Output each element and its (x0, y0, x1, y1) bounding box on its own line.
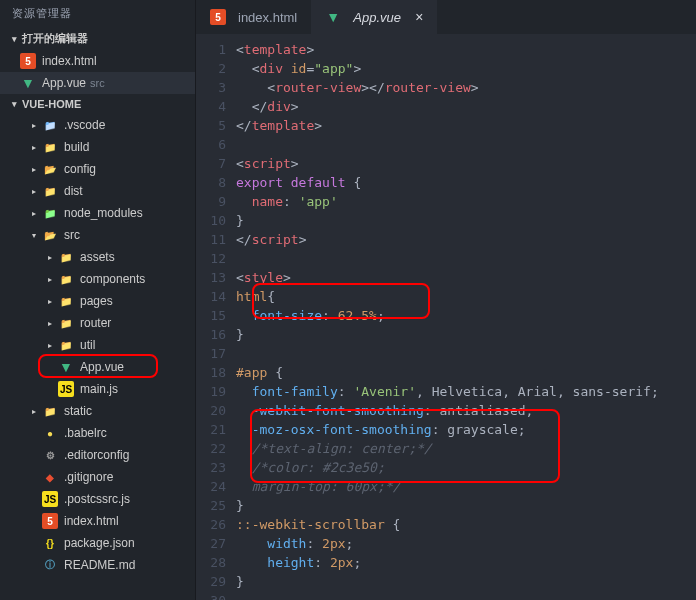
code-line[interactable]: } (236, 325, 696, 344)
line-number: 21 (196, 420, 226, 439)
tab[interactable]: 5index.html (196, 0, 311, 34)
code-line[interactable]: </div> (236, 97, 696, 116)
code-line[interactable]: -webkit-font-smoothing: antialiased; (236, 401, 696, 420)
file-name: index.html (64, 514, 119, 528)
line-number: 5 (196, 116, 226, 135)
code-line[interactable]: <template> (236, 40, 696, 59)
chevron-right-icon: ▸ (44, 319, 56, 328)
project-header[interactable]: ▾ VUE-HOME (0, 94, 195, 114)
tree-item[interactable]: ⓘREADME.md (0, 554, 195, 576)
tabs: 5index.html▼App.vue× (196, 0, 696, 34)
tab-label: index.html (238, 10, 297, 25)
tree-item[interactable]: ◆.gitignore (0, 466, 195, 488)
sidebar: 资源管理器 ▾ 打开的编辑器 5index.html▼App.vuesrc ▾ … (0, 0, 196, 600)
folder-icon: 📁 (58, 337, 74, 353)
code-line[interactable]: } (236, 572, 696, 591)
tree-item[interactable]: ▸📁static (0, 400, 195, 422)
open-editors-header[interactable]: ▾ 打开的编辑器 (0, 27, 195, 50)
code-line[interactable]: html{ (236, 287, 696, 306)
tree-item[interactable]: JSmain.js (0, 378, 195, 400)
code-line[interactable]: width: 2px; (236, 534, 696, 553)
code-line[interactable]: } (236, 496, 696, 515)
open-editor-item[interactable]: 5index.html (0, 50, 195, 72)
line-number: 6 (196, 135, 226, 154)
code-line[interactable]: } (236, 211, 696, 230)
code-line[interactable]: #app { (236, 363, 696, 382)
tree-item[interactable]: {}package.json (0, 532, 195, 554)
code-line[interactable]: export default { (236, 173, 696, 192)
folder-open-icon: 📂 (42, 227, 58, 243)
code-line[interactable] (236, 591, 696, 600)
line-number: 9 (196, 192, 226, 211)
code-line[interactable] (236, 249, 696, 268)
line-number: 7 (196, 154, 226, 173)
tab-label: App.vue (353, 10, 401, 25)
folder-icon: 📁 (42, 117, 58, 133)
code-line[interactable]: -moz-osx-font-smoothing: grayscale; (236, 420, 696, 439)
file-name: .editorconfig (64, 448, 129, 462)
tab[interactable]: ▼App.vue× (311, 0, 437, 34)
tree-item[interactable]: ▸📁pages (0, 290, 195, 312)
code-line[interactable]: <script> (236, 154, 696, 173)
code-line[interactable]: <router-view></router-view> (236, 78, 696, 97)
code-line[interactable]: ::-webkit-scrollbar { (236, 515, 696, 534)
file-name: .postcssrc.js (64, 492, 130, 506)
tree-item[interactable]: ▸📁router (0, 312, 195, 334)
line-number: 3 (196, 78, 226, 97)
file-name: App.vue (42, 76, 86, 90)
chevron-right-icon: ▸ (44, 341, 56, 350)
tree-item[interactable]: ▼App.vue (0, 356, 195, 378)
line-number: 11 (196, 230, 226, 249)
code-content[interactable]: <template> <div id="app"> <router-view><… (236, 34, 696, 600)
tree-item[interactable]: ▸📁build (0, 136, 195, 158)
code-line[interactable] (236, 135, 696, 154)
tree-item[interactable]: ●.babelrc (0, 422, 195, 444)
code-line[interactable]: <style> (236, 268, 696, 287)
code-line[interactable]: </template> (236, 116, 696, 135)
tree-item[interactable]: ▸📁node_modules (0, 202, 195, 224)
file-name: .vscode (64, 118, 105, 132)
tree-item[interactable]: ▾📂src (0, 224, 195, 246)
folder-icon: 📁 (58, 271, 74, 287)
close-icon[interactable]: × (415, 9, 423, 25)
line-number: 4 (196, 97, 226, 116)
md-icon: ⓘ (42, 557, 58, 573)
file-name: static (64, 404, 92, 418)
tree-item[interactable]: 5index.html (0, 510, 195, 532)
json-icon: {} (42, 535, 58, 551)
code-line[interactable]: font-family: 'Avenir', Helvetica, Arial,… (236, 382, 696, 401)
code-line[interactable] (236, 344, 696, 363)
tree-item[interactable]: ▸📁assets (0, 246, 195, 268)
code-line[interactable]: </script> (236, 230, 696, 249)
tree-item[interactable]: JS.postcssrc.js (0, 488, 195, 510)
html-icon: 5 (20, 53, 36, 69)
tree-item[interactable]: ⚙.editorconfig (0, 444, 195, 466)
tree-item[interactable]: ▸📁components (0, 268, 195, 290)
project-label: VUE-HOME (22, 98, 81, 110)
code-line[interactable]: font-size: 62.5%; (236, 306, 696, 325)
code-line[interactable]: /*color: #2c3e50; (236, 458, 696, 477)
line-number: 1 (196, 40, 226, 59)
code-line[interactable]: /*text-align: center;*/ (236, 439, 696, 458)
babel-icon: ● (42, 425, 58, 441)
line-number: 10 (196, 211, 226, 230)
line-gutter: 1234567891011121314151617181920212223242… (196, 34, 236, 600)
code-area[interactable]: 1234567891011121314151617181920212223242… (196, 34, 696, 600)
tree-item[interactable]: ▸📂config (0, 158, 195, 180)
code-line[interactable]: height: 2px; (236, 553, 696, 572)
file-name: package.json (64, 536, 135, 550)
line-number: 26 (196, 515, 226, 534)
code-line[interactable]: <div id="app"> (236, 59, 696, 78)
chevron-right-icon: ▸ (28, 143, 40, 152)
file-name: README.md (64, 558, 135, 572)
line-number: 28 (196, 553, 226, 572)
tree-item[interactable]: ▸📁.vscode (0, 114, 195, 136)
line-number: 15 (196, 306, 226, 325)
tree-item[interactable]: ▸📁dist (0, 180, 195, 202)
code-line[interactable]: margin-top: 60px;*/ (236, 477, 696, 496)
folder-icon: 📁 (58, 249, 74, 265)
open-editor-item[interactable]: ▼App.vuesrc (0, 72, 195, 94)
tree-item[interactable]: ▸📁util (0, 334, 195, 356)
line-number: 14 (196, 287, 226, 306)
code-line[interactable]: name: 'app' (236, 192, 696, 211)
